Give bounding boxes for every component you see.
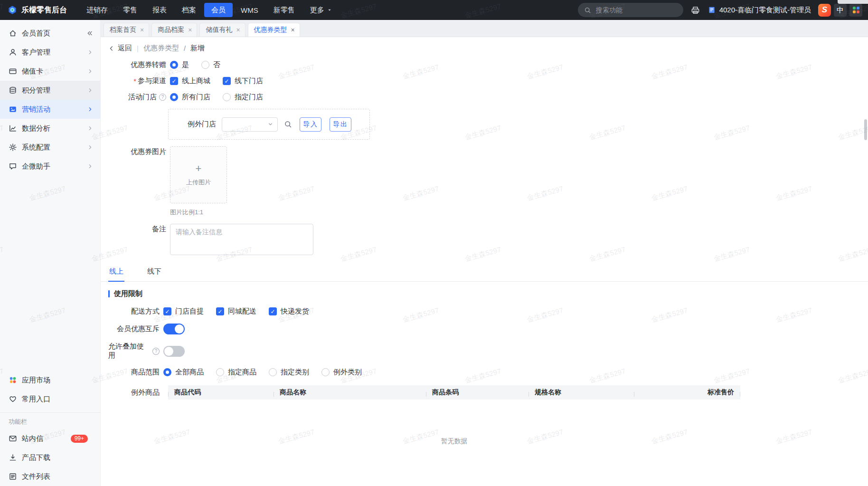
transfer-yes-radio[interactable]: 是 — [170, 60, 189, 69]
all-products-radio[interactable]: 全部商品 — [163, 368, 204, 377]
sidebar-item-customer-management[interactable]: 客户管理 — [0, 43, 100, 62]
close-tab-icon[interactable] — [140, 27, 144, 33]
specified-categories-radio[interactable]: 指定类别 — [269, 368, 309, 377]
checkbox-checked-icon — [223, 77, 231, 85]
channel-online-mall-checkbox[interactable]: 线上商城 — [170, 76, 210, 86]
tab-stored-value-gift[interactable]: 储值有礼 — [199, 23, 245, 37]
city-delivery-checkbox[interactable]: 同城配送 — [216, 307, 256, 316]
sidebar-item-label: 储值卡 — [22, 67, 43, 76]
scrollbar-thumb[interactable] — [864, 119, 867, 140]
export-button[interactable]: 导出 — [330, 117, 351, 132]
ime-lang-indicator[interactable]: 中 — [834, 4, 847, 17]
sidebar-item-member-home[interactable]: 会员首页 — [0, 24, 100, 43]
info-icon[interactable] — [152, 348, 160, 355]
store-search-icon[interactable] — [284, 120, 292, 128]
global-search[interactable] — [578, 3, 683, 17]
form-row-remark: 备注 — [108, 224, 860, 255]
transfer-no-radio[interactable]: 否 — [201, 60, 220, 69]
menu-item-new-retail[interactable]: 新零售 — [266, 3, 302, 17]
form-row-coupon-image: 优惠券图片 上传图片 图片比例1:1 — [108, 146, 860, 217]
form-row-member-discount-mutex: 会员优惠互斥 — [108, 324, 860, 334]
printer-icon[interactable] — [690, 5, 700, 15]
database-icon — [9, 86, 17, 95]
collapse-sidebar-icon[interactable] — [86, 29, 94, 37]
tab-online[interactable]: 线上 — [108, 264, 124, 282]
import-button[interactable]: 导入 — [300, 117, 321, 132]
upload-image-button[interactable]: 上传图片 — [170, 146, 227, 203]
sidebar-item-app-market[interactable]: 应用市场 — [0, 371, 100, 390]
channel-offline-store-checkbox[interactable]: 线下门店 — [223, 76, 263, 86]
specified-products-radio[interactable]: 指定商品 — [216, 368, 256, 377]
sidebar-item-label: 站内信 — [22, 434, 43, 443]
tenant-selector[interactable]: 4020-喜临门零食测试-管理员 — [708, 6, 811, 15]
allow-stacking-toggle[interactable] — [163, 346, 185, 357]
field-label-activity-stores: 活动门店 — [108, 93, 166, 102]
column-header-product-code[interactable]: 商品代码 — [168, 388, 274, 397]
main-content: 档案首页 商品档案 储值有礼 优惠券类型 — [101, 20, 868, 486]
channel-detail-tabs: 线上 线下 — [101, 262, 868, 282]
form-row-channel: * 参与渠道 线上商城 线下门店 — [108, 76, 860, 86]
column-header-product-name[interactable]: 商品名称 — [274, 388, 426, 397]
tab-label: 档案首页 — [110, 26, 136, 34]
menu-item-more[interactable]: 更多 — [303, 3, 340, 17]
tab-offline[interactable]: 线下 — [146, 264, 162, 281]
checkbox-checked-icon — [170, 77, 178, 85]
search-input[interactable] — [595, 6, 677, 14]
close-tab-icon[interactable] — [291, 27, 295, 33]
info-icon[interactable] — [159, 94, 166, 101]
radio-unchecked-icon — [223, 93, 231, 101]
menu-item-member[interactable]: 会员 — [204, 3, 233, 17]
breadcrumb-parent[interactable]: 优惠券类型 — [143, 44, 179, 53]
pickup-checkbox[interactable]: 门店自提 — [163, 307, 204, 316]
close-tab-icon[interactable] — [236, 27, 240, 33]
sidebar-item-points-management[interactable]: 积分管理 — [0, 81, 100, 100]
checkbox-label: 同城配送 — [228, 307, 256, 316]
sidebar-item-marketing-activities[interactable]: 营销活动 — [0, 100, 100, 119]
sidebar-item-system-config[interactable]: 系统配置 — [0, 138, 100, 157]
express-checkbox[interactable]: 快递发货 — [269, 307, 309, 316]
remark-textarea[interactable] — [170, 224, 313, 255]
all-stores-radio[interactable]: 所有门店 — [170, 93, 210, 102]
ime-dots-icon — [853, 7, 859, 13]
tab-coupon-type[interactable]: 优惠券类型 — [248, 23, 300, 37]
sidebar-item-common-entries[interactable]: 常用入口 — [0, 390, 100, 409]
tab-label: 商品档案 — [158, 26, 184, 34]
menu-item-purchase-sale-stock[interactable]: 进销存 — [79, 3, 115, 17]
sidebar-section-label: 功能栏 — [0, 413, 100, 429]
chevron-right-icon — [87, 106, 94, 113]
menu-item-archive[interactable]: 档案 — [175, 3, 203, 17]
checkbox-checked-icon — [216, 307, 224, 315]
sidebar-item-inbox[interactable]: 站内信 99+ — [0, 429, 100, 448]
menu-item-wms[interactable]: WMS — [234, 3, 265, 17]
field-label-mutex: 会员优惠互斥 — [108, 324, 160, 334]
sogou-ime-icon[interactable]: S — [818, 4, 831, 17]
exception-store-select[interactable] — [222, 117, 278, 132]
sidebar-item-label: 应用市场 — [22, 376, 50, 385]
tab-product-archive[interactable]: 商品档案 — [151, 23, 197, 37]
column-header-spec-name[interactable]: 规格名称 — [528, 388, 634, 397]
sidebar-item-file-list[interactable]: 文件列表 — [0, 467, 100, 486]
ime-menu-icon[interactable] — [849, 4, 862, 17]
sidebar-item-label: 积分管理 — [22, 86, 50, 95]
form-row-exception-goods: 例外商品 商品代码 商品名称 商品条码 规格名称 标准售价 暂无数据 — [108, 385, 860, 483]
top-navbar: 乐檬零售后台 进销存 零售 报表 档案 会员 WMS 新零售 更多 — [0, 0, 868, 20]
back-button[interactable]: 返回 — [108, 44, 132, 53]
tab-archive-home[interactable]: 档案首页 — [104, 23, 149, 37]
sidebar-item-product-download[interactable]: 产品下载 — [0, 448, 100, 467]
sidebar-item-data-analysis[interactable]: 数据分析 — [0, 119, 100, 138]
sidebar-item-stored-value-card[interactable]: 储值卡 — [0, 62, 100, 81]
plus-icon — [196, 163, 202, 174]
back-label: 返回 — [118, 44, 132, 53]
menu-item-retail[interactable]: 零售 — [116, 3, 144, 17]
column-header-standard-price[interactable]: 标准售价 — [634, 388, 740, 397]
radio-checked-icon — [170, 93, 178, 101]
member-discount-mutex-toggle[interactable] — [163, 324, 185, 334]
navbar-right-cluster: 4020-喜临门零食测试-管理员 S 中 — [578, 3, 862, 17]
usage-limit-section-title: 使用限制 — [108, 289, 860, 298]
specified-stores-radio[interactable]: 指定门店 — [223, 93, 263, 102]
menu-item-report[interactable]: 报表 — [145, 3, 174, 17]
sidebar-item-wecom-assistant[interactable]: 企微助手 — [0, 157, 100, 176]
column-header-barcode[interactable]: 商品条码 — [426, 388, 528, 397]
exception-categories-radio[interactable]: 例外类别 — [321, 368, 362, 377]
close-tab-icon[interactable] — [188, 27, 192, 33]
